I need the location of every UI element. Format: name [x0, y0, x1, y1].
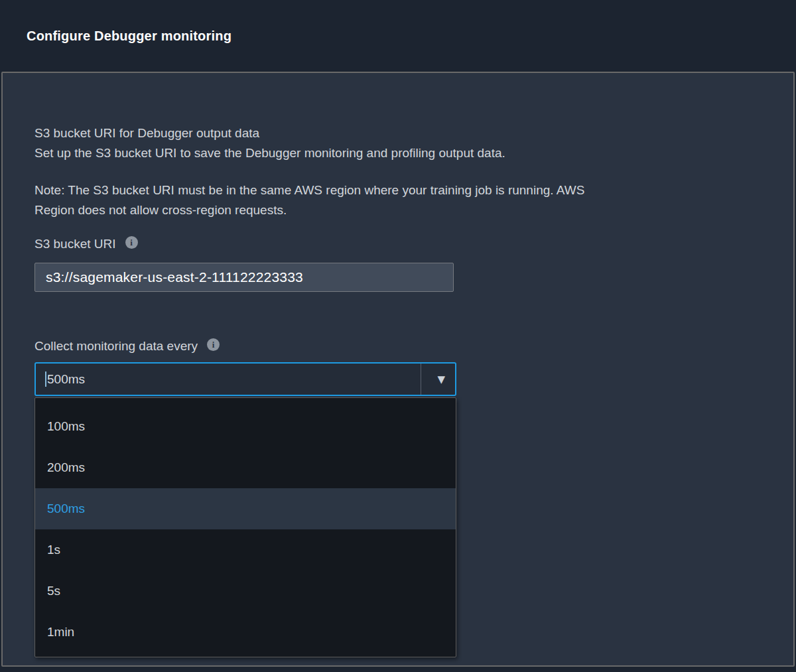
dropdown-option-100ms[interactable]: 100ms	[35, 406, 456, 447]
dropdown-option-500ms[interactable]: 500ms	[35, 488, 456, 529]
note-text: Note: The S3 bucket URI must be in the s…	[34, 180, 584, 220]
interval-label-row: Collect monitoring data every i	[34, 339, 220, 354]
dropdown-option-5s[interactable]: 5s	[35, 571, 456, 612]
description-line2: Set up the S3 bucket URI to save the Deb…	[34, 143, 505, 163]
dropdown-option-1s[interactable]: 1s	[35, 529, 456, 571]
dialog-body-panel: S3 bucket URI for Debugger output data S…	[1, 72, 795, 667]
description-line1: S3 bucket URI for Debugger output data	[34, 123, 505, 143]
section-description: S3 bucket URI for Debugger output data S…	[34, 123, 505, 163]
dialog-header: Configure Debugger monitoring	[0, 0, 796, 72]
s3-uri-label-row: S3 bucket URI i	[34, 237, 138, 251]
text-caret	[45, 371, 46, 387]
interval-label: Collect monitoring data every	[34, 339, 198, 354]
dropdown-option-1min[interactable]: 1min	[35, 612, 456, 653]
note-line2: Region does not allow cross-region reque…	[34, 200, 584, 220]
s3-uri-input[interactable]: s3://sagemaker-us-east-2-111122223333	[34, 263, 454, 292]
dropdown-option-200ms[interactable]: 200ms	[35, 447, 456, 488]
chevron-down-icon[interactable]: ▼	[437, 373, 445, 385]
info-icon[interactable]: i	[207, 338, 220, 351]
interval-selected-value: 500ms	[47, 372, 85, 387]
interval-dropdown-list: 100ms 200ms 500ms 1s 5s 1min	[34, 397, 456, 657]
configure-debugger-dialog: Configure Debugger monitoring S3 bucket …	[0, 0, 796, 672]
combobox-divider	[421, 364, 421, 395]
dialog-title: Configure Debugger monitoring	[27, 29, 232, 44]
s3-uri-value: s3://sagemaker-us-east-2-111122223333	[46, 269, 303, 285]
interval-combobox[interactable]: 500ms ▼	[34, 362, 456, 396]
s3-uri-label: S3 bucket URI	[34, 237, 116, 251]
note-line1: Note: The S3 bucket URI must be in the s…	[34, 180, 584, 200]
info-icon[interactable]: i	[125, 236, 138, 249]
